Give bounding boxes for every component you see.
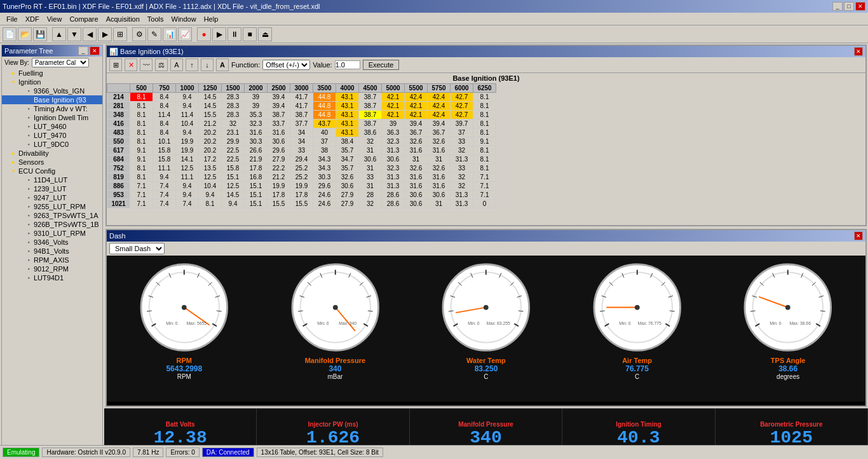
table-cell[interactable]: 28.3 [222, 93, 245, 102]
tool7[interactable]: ✎ [147, 27, 161, 41]
menu-xdf[interactable]: XDF [22, 14, 43, 24]
table-cell[interactable]: 40 [313, 128, 336, 137]
table-cell[interactable]: 7.4 [153, 182, 176, 191]
table-cell[interactable]: 11.4 [153, 111, 176, 120]
right-btn[interactable]: ▶ [98, 27, 112, 41]
table-cell[interactable]: 14.5 [222, 191, 245, 200]
table-cell[interactable]: 42.4 [428, 102, 451, 111]
table-cell[interactable]: 9.1 [130, 155, 153, 164]
close-btn[interactable]: ✕ [855, 2, 865, 11]
table-cell[interactable]: 19.9 [290, 182, 313, 191]
table-cell[interactable]: 12.5 [222, 182, 245, 191]
table-cell[interactable]: 27.9 [268, 155, 290, 164]
table-cell[interactable]: 17.2 [199, 155, 222, 164]
table-cell[interactable]: 35.3 [245, 111, 268, 120]
menu-file[interactable]: File [3, 14, 22, 24]
table-cell[interactable]: 34.3 [313, 164, 336, 173]
table-tool1[interactable]: ⊞ [109, 58, 122, 71]
table-cell[interactable]: 32 [359, 200, 382, 209]
table-cell[interactable]: 17.8 [290, 191, 313, 200]
table-cell[interactable]: 33.7 [268, 120, 290, 128]
table-cell[interactable]: 43.1 [336, 111, 359, 120]
table-cell[interactable]: 21.9 [245, 155, 268, 164]
table-cell[interactable]: 32 [451, 182, 473, 191]
table-cell[interactable]: 29.4 [290, 155, 313, 164]
pause-btn[interactable]: ⏸ [227, 27, 241, 41]
table-cell[interactable]: 23.1 [222, 128, 245, 137]
table-cell[interactable]: 32.6 [405, 137, 428, 146]
table-cell[interactable]: 28 [359, 191, 382, 200]
record-btn[interactable]: ● [197, 27, 211, 41]
table-cell[interactable]: 14.5 [199, 102, 222, 111]
maximize-btn[interactable]: □ [844, 2, 854, 11]
table-cell[interactable]: 43.1 [336, 120, 359, 128]
table-cell[interactable]: 9.4 [176, 102, 199, 111]
table-cell[interactable]: 32.3 [245, 120, 268, 128]
table-cell[interactable]: 7.1 [130, 182, 153, 191]
table-cell[interactable]: 0 [473, 200, 496, 209]
tree-9012[interactable]: ▪ 9012_RPM [2, 264, 102, 273]
table-cell[interactable]: 11.4 [176, 111, 199, 120]
table-cell[interactable]: 30.6 [428, 191, 451, 200]
table-cell[interactable]: 8.1 [130, 111, 153, 120]
table-cell[interactable]: 7.1 [473, 191, 496, 200]
tree-timing-adv[interactable]: ▪ Timing Adv v WT: [2, 104, 102, 113]
dash-select[interactable]: Small Dash Large Dash Custom [109, 243, 165, 254]
dash-close[interactable]: ✕ [854, 231, 863, 240]
table-cell[interactable]: 8.1 [199, 200, 222, 209]
table-cell[interactable]: 39 [245, 102, 268, 111]
table-cell[interactable]: 15.5 [290, 200, 313, 209]
table-cell[interactable]: 8.1 [473, 93, 496, 102]
table-cell[interactable]: 31.6 [245, 128, 268, 137]
table-cell[interactable]: 43.1 [336, 128, 359, 137]
tree-drivability[interactable]: ▸ Drivability [2, 149, 102, 158]
table-cell[interactable]: 8.1 [130, 93, 153, 102]
tree-926b[interactable]: ▪ 926B_TPSvWTS_1B [2, 220, 102, 229]
table-cell[interactable]: 9.4 [199, 191, 222, 200]
table-cell[interactable]: 8.1 [473, 111, 496, 120]
table-cell[interactable]: 39.4 [268, 93, 290, 102]
table-cell[interactable]: 22.2 [268, 164, 290, 173]
tree-1239[interactable]: ▪ 1239_LUT [2, 184, 102, 193]
table-cell[interactable]: 32.3 [382, 137, 405, 146]
save-btn[interactable]: 💾 [33, 27, 47, 41]
left-btn[interactable]: ◀ [83, 27, 97, 41]
table-cell[interactable]: 39.4 [268, 102, 290, 111]
table-cell[interactable]: 29.6 [268, 146, 290, 155]
table-cell[interactable]: 31.6 [405, 173, 428, 182]
tree-9255[interactable]: ▪ 9255_LUT_RPM [2, 202, 102, 211]
table-cell[interactable]: 31.6 [405, 182, 428, 191]
tree-11d4[interactable]: ▪ 11D4_LUT [2, 175, 102, 184]
eject-btn[interactable]: ⏏ [258, 27, 272, 41]
menu-view[interactable]: View [43, 14, 66, 24]
table-cell[interactable]: 15.1 [245, 182, 268, 191]
table-cell[interactable]: 31 [405, 155, 428, 164]
table-cell[interactable]: 44.8 [313, 111, 336, 120]
table-cell[interactable]: 37 [451, 128, 473, 137]
table-cell[interactable]: 11.1 [176, 173, 199, 182]
table-cell[interactable]: 31 [359, 164, 382, 173]
table-cell[interactable]: 38.6 [359, 128, 382, 137]
table-cell[interactable]: 26.6 [245, 146, 268, 155]
table-cell[interactable]: 8.1 [130, 173, 153, 182]
table-cell[interactable]: 27.9 [336, 200, 359, 209]
table-cell[interactable]: 33 [359, 173, 382, 182]
table-cell[interactable]: 42.1 [382, 111, 405, 120]
table-cell[interactable]: 12.5 [199, 173, 222, 182]
table-cell[interactable]: 21.2 [199, 120, 222, 128]
param-tree-close[interactable]: ✕ [90, 46, 100, 55]
table-cell[interactable]: 9.4 [176, 191, 199, 200]
table-cell[interactable]: 38.7 [290, 111, 313, 120]
table-cell[interactable]: 33 [451, 164, 473, 173]
table-cell[interactable]: 28.3 [222, 102, 245, 111]
table-cell[interactable]: 28.3 [222, 111, 245, 120]
table-cell[interactable]: 43.1 [336, 93, 359, 102]
table-tool7[interactable]: ↓ [201, 58, 214, 71]
table-cell[interactable]: 42.4 [428, 111, 451, 120]
table-cell[interactable]: 34 [290, 128, 313, 137]
new-btn[interactable]: 📄 [3, 27, 17, 41]
table-cell[interactable]: 8.1 [473, 155, 496, 164]
tool6[interactable]: ⚙ [132, 27, 146, 41]
table-cell[interactable]: 14.1 [176, 155, 199, 164]
table-cell[interactable]: 15.1 [245, 191, 268, 200]
